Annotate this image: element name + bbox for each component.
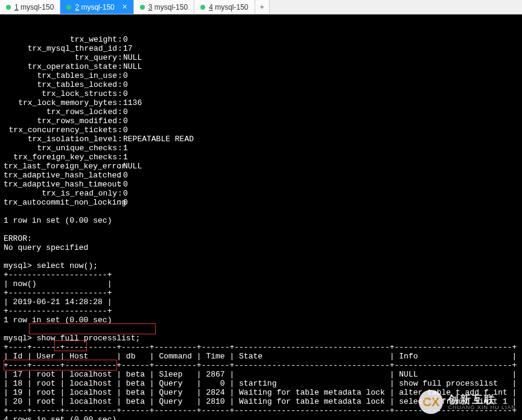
trx-field-trx_query: trx_query:NULL [4, 53, 518, 62]
trx-field-trx_mysql_thread_id: trx_mysql_thread_id:17 [4, 44, 518, 53]
trx-field-trx_tables_in_use: trx_tables_in_use:0 [4, 71, 518, 80]
watermark: CX 创新互联 CHUANG XIN HU LIAN [419, 390, 516, 414]
table-border: +---------------------+ [4, 307, 112, 316]
query-1: select now(); [37, 261, 98, 270]
annotation-box [54, 340, 87, 351]
prompt: mysql> [4, 261, 32, 270]
trx-field-trx_lock_structs: trx_lock_structs:0 [4, 89, 518, 98]
table-row: | 2019-06-21 14:28:28 | [4, 298, 112, 307]
trx-field-trx_isolation_level: trx_isolation_level:REPEATABLE READ [4, 135, 518, 144]
watermark-en: CHUANG XIN HU LIAN [448, 405, 516, 410]
trx-field-trx_is_read_only: trx_is_read_only:0 [4, 189, 518, 198]
error-label: ERROR: [4, 234, 32, 243]
trx-field-trx_operation_state: trx_operation_state:NULL [4, 62, 518, 71]
status-dot-icon [66, 5, 71, 10]
table-border: +---------------------+ [4, 288, 112, 298]
add-tab-button[interactable]: + [255, 0, 270, 14]
trx-field-trx_autocommit_non_locking: trx_autocommit_non_locking:0 [4, 198, 518, 207]
trx-field-trx_last_foreign_key_error: trx_last_foreign_key_error:NULL [4, 162, 518, 171]
tab-2[interactable]: 2 mysql-150✕ [60, 0, 133, 14]
processlist-row: | 18 | root | localhost | beta | Query |… [4, 379, 518, 388]
watermark-logo-icon: CX [419, 390, 443, 414]
trx-field-trx_lock_memory_bytes: trx_lock_memory_bytes:1136 [4, 98, 518, 107]
trx-field-trx_foreign_key_checks: trx_foreign_key_checks:1 [4, 153, 518, 162]
trx-field-trx_adaptive_hash_latched: trx_adaptive_hash_latched:0 [4, 171, 518, 180]
table-border: +---------------------+ [4, 270, 112, 279]
trx-field-trx_rows_locked: trx_rows_locked:0 [4, 107, 518, 116]
tab-bar: 1 mysql-1502 mysql-150✕3 mysql-1504 mysq… [0, 0, 522, 14]
watermark-cn: 创新互联 [448, 394, 516, 405]
tab-1[interactable]: 1 mysql-150 [0, 0, 60, 14]
prompt: mysql> [4, 334, 32, 343]
trx-field-trx_tables_locked: trx_tables_locked:0 [4, 80, 518, 89]
status-dot-icon [140, 5, 145, 10]
tab-3[interactable]: 3 mysql-150 [134, 0, 194, 14]
query-2: show full processlist; [37, 334, 141, 343]
rowcount-4: 4 rows in set (0.00 sec) [4, 415, 116, 420]
error-text: No query specified [4, 243, 88, 252]
processlist-row: | 17 | root | localhost | beta | Sleep |… [4, 370, 518, 379]
annotation-box [4, 360, 117, 371]
status-dot-icon [200, 5, 205, 10]
rowcount-1: 1 row in set (0.00 sec) [4, 216, 112, 225]
status-dot-icon [6, 5, 11, 10]
trx-field-trx_weight: trx_weight:0 [4, 35, 518, 44]
terminal-output: trx_weight:0trx_mysql_thread_id:17trx_qu… [0, 14, 522, 420]
trx-field-trx_unique_checks: trx_unique_checks:1 [4, 144, 518, 153]
trx-field-trx_rows_modified: trx_rows_modified:0 [4, 116, 518, 126]
tab-4[interactable]: 4 mysql-150 [194, 0, 255, 14]
table-header: | now() | [4, 279, 112, 288]
trx-field-trx_concurrency_tickets: trx_concurrency_tickets:0 [4, 126, 518, 135]
trx-field-trx_adaptive_hash_timeout: trx_adaptive_hash_timeout:0 [4, 180, 518, 189]
annotation-box [29, 323, 156, 334]
close-icon[interactable]: ✕ [122, 3, 127, 11]
